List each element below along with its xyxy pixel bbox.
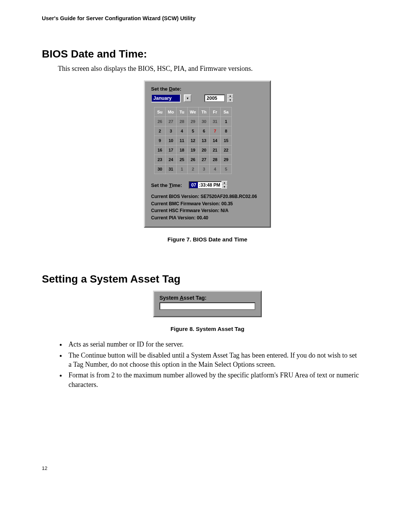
asset-tag-label: System Asset Tag: — [159, 295, 255, 301]
calendar-day-cell[interactable]: 29 — [221, 155, 232, 165]
calendar-day-cell[interactable]: 5 — [188, 126, 199, 136]
time-spin-up[interactable]: ▲ — [221, 181, 228, 185]
calendar-day-cell[interactable]: 1 — [221, 117, 232, 126]
asset-tag-notes: Acts as serial number or ID for the serv… — [66, 340, 373, 389]
calendar-day-cell[interactable]: 24 — [166, 155, 177, 165]
set-time-label: Set the Time: — [151, 182, 182, 188]
section-title-asset: Setting a System Asset Tag — [42, 273, 373, 285]
calendar-day-header: Tu — [177, 107, 188, 117]
section-title-bios: BIOS Date and Time: — [42, 48, 373, 60]
time-rest[interactable]: :33:48 PM — [198, 182, 221, 188]
calendar-day-cell[interactable]: 31 — [166, 165, 177, 174]
year-spinner[interactable]: ▲ ▼ — [227, 94, 233, 102]
calendar-day-cell[interactable]: 3 — [199, 165, 210, 174]
asset-tag-input[interactable] — [159, 302, 255, 310]
calendar-day-cell[interactable]: 5 — [221, 165, 232, 174]
calendar-day-header: We — [188, 107, 199, 117]
bios-version: Current BIOS Version: SE7520AF20.86B.RC0… — [151, 193, 264, 200]
calendar-day-cell[interactable]: 22 — [221, 145, 232, 155]
calendar-day-cell[interactable]: 18 — [177, 145, 188, 155]
month-dropdown[interactable]: January — [151, 94, 181, 102]
calendar-day-cell[interactable]: 16 — [155, 145, 166, 155]
bios-date-time-panel: Set the Date: January ▼ 2005 ▲ ▼ SuMoTuW… — [144, 80, 271, 228]
calendar-day-cell[interactable]: 9 — [155, 136, 166, 145]
figure8-caption: Figure 8. System Asset Tag — [42, 326, 373, 332]
year-spin-down[interactable]: ▼ — [227, 98, 233, 102]
figure7-caption: Figure 7. BIOS Date and Time — [42, 236, 373, 243]
calendar-day-cell[interactable]: 27 — [166, 117, 177, 126]
calendar-day-cell[interactable]: 23 — [155, 155, 166, 165]
calendar-day-cell[interactable]: 17 — [166, 145, 177, 155]
month-dropdown-button[interactable]: ▼ — [184, 94, 191, 102]
set-date-label: Set the Date: — [151, 86, 264, 92]
asset-tag-panel: System Asset Tag: — [153, 291, 262, 317]
calendar-day-cell[interactable]: 1 — [177, 165, 188, 174]
calendar-day-cell[interactable]: 14 — [210, 136, 221, 145]
calendar-day-cell[interactable]: 30 — [155, 165, 166, 174]
calendar-day-cell[interactable]: 31 — [210, 117, 221, 126]
calendar-day-header: Fr — [210, 107, 221, 117]
version-info: Current BIOS Version: SE7520AF20.86B.RC0… — [151, 193, 264, 221]
pia-version: Current PIA Version: 00.40 — [151, 214, 264, 222]
time-input[interactable]: 07 :33:48 PM — [189, 181, 222, 189]
calendar-day-cell[interactable]: 27 — [199, 155, 210, 165]
calendar-day-cell[interactable]: 7 — [210, 126, 221, 136]
calendar-day-cell[interactable]: 4 — [210, 165, 221, 174]
calendar-day-cell[interactable]: 10 — [166, 136, 177, 145]
calendar-day-header: Su — [155, 107, 166, 117]
calendar-day-cell[interactable]: 6 — [199, 126, 210, 136]
calendar-day-header: Sa — [221, 107, 232, 117]
calendar-day-cell[interactable]: 20 — [199, 145, 210, 155]
list-item: The Continue button will be disabled unt… — [66, 351, 362, 369]
calendar-day-cell[interactable]: 8 — [221, 126, 232, 136]
calendar-day-cell[interactable]: 26 — [155, 117, 166, 126]
calendar-day-header: Mo — [166, 107, 177, 117]
time-spin-down[interactable]: ▼ — [221, 185, 228, 189]
calendar-day-cell[interactable]: 21 — [210, 145, 221, 155]
section-intro: This screen also displays the BIOS, HSC,… — [58, 65, 373, 73]
time-spinner[interactable]: ▲ ▼ — [221, 181, 228, 189]
calendar-day-cell[interactable]: 11 — [177, 136, 188, 145]
month-value: January — [153, 96, 172, 101]
list-item: Acts as serial number or ID for the serv… — [66, 340, 362, 349]
list-item: Format is from 2 to the maximum number a… — [66, 371, 362, 389]
year-spin-up[interactable]: ▲ — [227, 94, 233, 98]
year-input[interactable]: 2005 — [204, 94, 225, 102]
calendar-day-cell[interactable]: 25 — [177, 155, 188, 165]
time-hours[interactable]: 07 — [190, 182, 198, 188]
calendar-day-cell[interactable]: 15 — [221, 136, 232, 145]
calendar-day-cell[interactable]: 13 — [199, 136, 210, 145]
calendar-day-cell[interactable]: 2 — [155, 126, 166, 136]
hsc-version: Current HSC Firmware Version: N/A — [151, 207, 264, 214]
calendar-day-cell[interactable]: 26 — [188, 155, 199, 165]
calendar-day-cell[interactable]: 19 — [188, 145, 199, 155]
page-number: 12 — [42, 465, 373, 471]
calendar-day-cell[interactable]: 3 — [166, 126, 177, 136]
calendar-day-header: Th — [199, 107, 210, 117]
calendar-day-cell[interactable]: 4 — [177, 126, 188, 136]
page-header: User's Guide for Server Configuration Wi… — [42, 15, 373, 21]
calendar-day-cell[interactable]: 2 — [188, 165, 199, 174]
calendar-day-cell[interactable]: 30 — [199, 117, 210, 126]
bmc-version: Current BMC Firmware Version: 00.35 — [151, 200, 264, 208]
calendar-grid[interactable]: SuMoTuWeThFrSa 2627282930311234567891011… — [154, 107, 232, 174]
calendar-day-cell[interactable]: 29 — [188, 117, 199, 126]
calendar-day-cell[interactable]: 28 — [210, 155, 221, 165]
calendar-day-cell[interactable]: 28 — [177, 117, 188, 126]
calendar-day-cell[interactable]: 12 — [188, 136, 199, 145]
